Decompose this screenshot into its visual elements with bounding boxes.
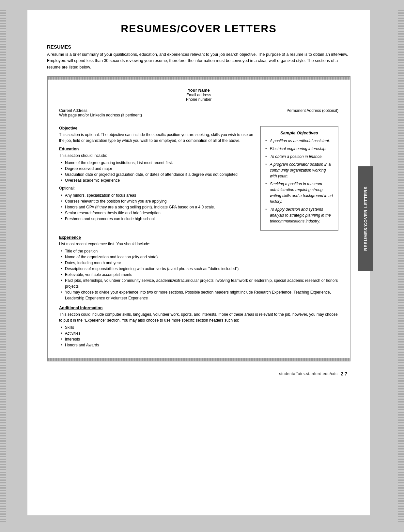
main-content: RESUMES/COVER LETTERS RESUMES/COVER LETT… bbox=[27, 10, 370, 515]
exp-bullet-1: Title of the position bbox=[62, 248, 338, 254]
education-opt-bullet-2: Courses relevant to the position for whi… bbox=[62, 198, 254, 204]
add-bullet-2: Activities bbox=[62, 330, 338, 336]
web-label: Web page and/or LinkedIn address (if per… bbox=[59, 113, 142, 117]
education-opt-bullet-3: Honors and GPA (if they are a strong sel… bbox=[62, 204, 254, 210]
add-bullet-1: Skills bbox=[62, 325, 338, 330]
objective-title: Objective bbox=[59, 126, 254, 130]
border-strip-bottom bbox=[48, 358, 350, 361]
education-opt-bullet-4: Senior research/honors thesis title and … bbox=[62, 210, 254, 216]
side-tab-text: RESUMES/COVER LETTERS bbox=[363, 186, 368, 251]
add-bullet-3: Interests bbox=[62, 336, 338, 342]
sample-objectives-box: Sample Objectives A position as an edito… bbox=[260, 126, 338, 231]
intro-section: RESUMES A resume is a brief summary of y… bbox=[47, 44, 350, 70]
current-address-label: Current Address bbox=[59, 108, 142, 113]
right-decorative-strip bbox=[398, 10, 404, 522]
permanent-address-label: Permanent Address (optional) bbox=[287, 108, 338, 117]
side-tab: RESUMES/COVER LETTERS bbox=[358, 166, 373, 271]
objective-text: This section is optional. The objective … bbox=[59, 132, 254, 144]
education-opt-bullet-1: Any minors, specialization or focus area… bbox=[62, 192, 254, 198]
education-intro: This section should include: bbox=[59, 153, 254, 159]
sample-obj-1: A position as an editorial assistant. bbox=[265, 138, 333, 144]
education-opt-bullet-5: Freshmen and sophomores can include high… bbox=[62, 216, 254, 222]
exp-bullet-5: Believable, verifiable accomplishments bbox=[62, 272, 338, 278]
current-address-block: Current Address Web page and/or LinkedIn… bbox=[59, 108, 142, 117]
education-optional-list: Any minors, specialization or focus area… bbox=[59, 192, 254, 222]
footer-page: 2 7 bbox=[341, 371, 347, 376]
additional-title: Additional Information bbox=[59, 306, 338, 310]
add-bullet-4: Honors and Awards bbox=[62, 342, 338, 348]
page-footer: studentaffairs.stanford.edu/cdc 2 7 bbox=[47, 371, 350, 376]
intro-paragraph: A resume is a brief summary of your qual… bbox=[47, 52, 350, 70]
sample-objectives-title: Sample Objectives bbox=[265, 130, 333, 135]
resume-phone: Phone number bbox=[59, 97, 338, 102]
sample-obj-4: A program coordinator position in a comm… bbox=[265, 161, 333, 179]
page-title: RESUMES/COVER LETTERS bbox=[47, 23, 350, 35]
border-strip-top bbox=[48, 77, 350, 80]
sample-obj-6: To apply decision and systems analysis t… bbox=[265, 206, 333, 224]
experience-section: Experience List most recent experience f… bbox=[59, 235, 338, 301]
sample-obj-3: To obtain a position in finance. bbox=[265, 154, 333, 160]
sample-obj-5: Seeking a position in museum administrat… bbox=[265, 181, 333, 205]
sample-obj-2: Electrical engineering internship. bbox=[265, 146, 333, 152]
resume-inner: Your Name Email address Phone number Cur… bbox=[48, 80, 350, 358]
resumes-section-header: RESUMES bbox=[47, 44, 350, 50]
exp-bullet-3: Dates, including month and year bbox=[62, 260, 338, 266]
address-row: Current Address Web page and/or LinkedIn… bbox=[59, 108, 338, 117]
education-optional-label: Optional: bbox=[59, 185, 254, 191]
additional-list: Skills Activities Interests Honors and A… bbox=[59, 325, 338, 348]
additional-section: Additional Information This section coul… bbox=[59, 306, 338, 348]
education-required-list: Name of the degree-granting institutions… bbox=[59, 160, 254, 183]
sample-objectives-list: A position as an editorial assistant. El… bbox=[265, 138, 333, 224]
resume-name: Your Name bbox=[59, 88, 338, 93]
resume-header: Your Name Email address Phone number bbox=[59, 88, 338, 102]
education-bullet-1: Name of the degree-granting institutions… bbox=[62, 160, 254, 166]
additional-text: This section could include computer skil… bbox=[59, 312, 338, 323]
page-container: RESUMES/COVER LETTERS RESUMES/COVER LETT… bbox=[0, 0, 404, 532]
experience-title: Experience bbox=[59, 235, 338, 240]
education-bullet-4: Overseas academic experience bbox=[62, 177, 254, 183]
left-decorative-strip bbox=[0, 10, 6, 522]
footer-url: studentaffairs.stanford.edu/cdc bbox=[279, 372, 337, 376]
resume-left-col: Objective This section is optional. The … bbox=[59, 123, 254, 231]
exp-bullet-7: You may choose to divide your experience… bbox=[62, 289, 338, 301]
exp-bullet-4: Descriptions of responsibilities beginni… bbox=[62, 266, 338, 272]
resume-right-col: Sample Objectives A position as an edito… bbox=[260, 123, 338, 231]
education-title: Education bbox=[59, 147, 254, 151]
resume-box: Your Name Email address Phone number Cur… bbox=[47, 76, 350, 361]
education-bullet-3: Graduation date or projected graduation … bbox=[62, 172, 254, 177]
exp-bullet-6: Paid jobs, internships, volunteer commun… bbox=[62, 278, 338, 289]
education-bullet-2: Degree received and major bbox=[62, 166, 254, 172]
resume-two-col: Objective This section is optional. The … bbox=[59, 123, 338, 231]
experience-intro: List most recent experience first. You s… bbox=[59, 241, 338, 247]
resume-email: Email address bbox=[59, 93, 338, 97]
exp-bullet-2: Name of the organization and location (c… bbox=[62, 254, 338, 260]
experience-list: Title of the position Name of the organi… bbox=[59, 248, 338, 301]
